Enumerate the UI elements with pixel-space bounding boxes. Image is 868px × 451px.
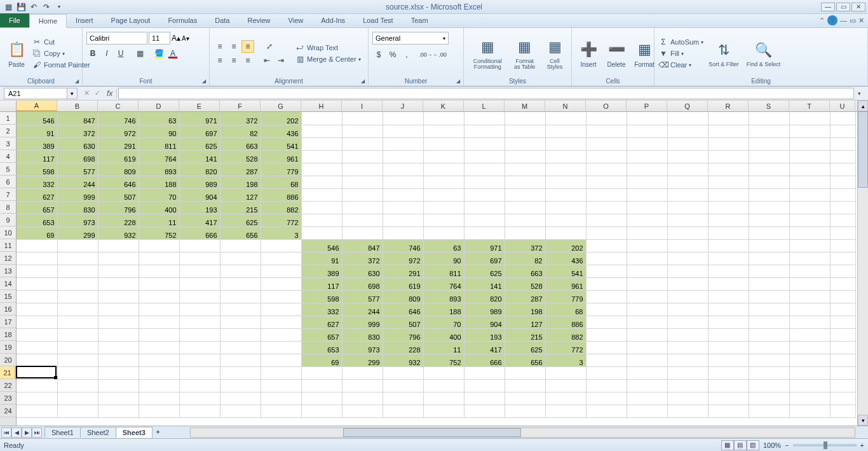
sheet-tab[interactable]: Sheet3 — [116, 427, 153, 438]
cell[interactable] — [627, 303, 667, 316]
cell[interactable] — [17, 290, 57, 303]
currency-button[interactable]: $ — [372, 48, 385, 61]
cell[interactable]: 299 — [57, 226, 98, 239]
cell[interactable]: 228 — [98, 214, 139, 226]
cell[interactable]: 417 — [464, 341, 505, 354]
decrease-decimal-button[interactable]: ←.00 — [433, 48, 446, 61]
cell[interactable] — [830, 366, 855, 379]
cell[interactable]: 820 — [179, 163, 220, 176]
cell[interactable] — [749, 379, 789, 392]
cell[interactable] — [586, 379, 627, 392]
cell[interactable] — [139, 316, 179, 328]
cell[interactable] — [423, 226, 464, 239]
cell[interactable] — [708, 366, 749, 379]
cell[interactable] — [505, 379, 545, 392]
cell[interactable]: 820 — [464, 290, 505, 303]
vscroll-thumb[interactable] — [858, 111, 868, 188]
cell[interactable] — [789, 303, 830, 316]
row-header[interactable]: 12 — [0, 252, 16, 265]
clipboard-dialog-launcher[interactable]: ◢ — [73, 77, 81, 85]
row-header[interactable]: 7 — [0, 188, 16, 201]
cell[interactable]: 436 — [545, 252, 586, 265]
cell[interactable] — [342, 163, 383, 176]
cell[interactable] — [627, 176, 667, 188]
cell[interactable]: 91 — [301, 252, 342, 265]
ribbon-tab-data[interactable]: Data — [206, 13, 238, 27]
cell[interactable] — [179, 265, 220, 277]
cell[interactable]: 666 — [179, 226, 220, 239]
row-header[interactable]: 16 — [0, 303, 16, 316]
sort-filter-button[interactable]: ⇅Sort & Filter — [706, 39, 742, 69]
cell[interactable] — [627, 366, 667, 379]
fx-icon[interactable]: fx — [103, 89, 117, 98]
cell[interactable]: 772 — [545, 341, 586, 354]
row-header[interactable]: 8 — [0, 201, 16, 214]
cell[interactable] — [749, 354, 789, 366]
cell[interactable] — [627, 354, 667, 366]
cell[interactable]: 779 — [545, 290, 586, 303]
cell[interactable] — [301, 163, 342, 176]
cell[interactable] — [708, 137, 749, 150]
cell[interactable] — [830, 176, 855, 188]
cell[interactable]: 809 — [98, 163, 139, 176]
cell[interactable] — [261, 290, 301, 303]
cell[interactable] — [830, 239, 855, 252]
cell[interactable] — [57, 379, 98, 392]
cell[interactable] — [261, 277, 301, 290]
cell[interactable] — [98, 379, 139, 392]
cell[interactable] — [545, 125, 586, 137]
cell[interactable] — [627, 125, 667, 137]
cell[interactable] — [627, 239, 667, 252]
cut-button[interactable]: ✂Cut — [32, 37, 90, 47]
row-header[interactable]: 6 — [0, 176, 16, 188]
cell[interactable] — [220, 277, 261, 290]
cell[interactable] — [464, 112, 505, 125]
cell[interactable] — [667, 252, 708, 265]
cell[interactable] — [708, 239, 749, 252]
cell[interactable] — [139, 341, 179, 354]
cell[interactable] — [789, 226, 830, 239]
cell[interactable] — [586, 328, 627, 341]
cell[interactable]: 528 — [220, 150, 261, 163]
cell[interactable] — [423, 137, 464, 150]
cell[interactable]: 82 — [505, 252, 545, 265]
format-cells-button[interactable]: ▦Format — [632, 38, 657, 69]
cell[interactable]: 746 — [383, 239, 423, 252]
cell[interactable] — [749, 303, 789, 316]
cell[interactable] — [423, 150, 464, 163]
cell[interactable]: 656 — [505, 354, 545, 366]
row-header[interactable]: 11 — [0, 239, 16, 252]
cell[interactable]: 796 — [383, 328, 423, 341]
cell[interactable]: 141 — [179, 150, 220, 163]
cell[interactable]: 436 — [261, 125, 301, 137]
restore-button[interactable]: ▭ — [836, 3, 850, 11]
fill-button[interactable]: ▼Fill ▾ — [658, 48, 703, 59]
cell[interactable] — [505, 150, 545, 163]
cell[interactable] — [98, 392, 139, 405]
cell[interactable] — [179, 316, 220, 328]
cell[interactable] — [627, 163, 667, 176]
cell[interactable] — [342, 188, 383, 201]
cell[interactable] — [830, 163, 855, 176]
cell[interactable] — [789, 201, 830, 214]
cell[interactable]: 389 — [301, 265, 342, 277]
cell[interactable]: 972 — [98, 125, 139, 137]
cell[interactable]: 932 — [98, 226, 139, 239]
cell[interactable] — [749, 328, 789, 341]
column-header[interactable]: L — [464, 101, 505, 111]
column-header[interactable]: T — [789, 101, 830, 111]
cell[interactable] — [830, 303, 855, 316]
cell[interactable]: 847 — [342, 239, 383, 252]
cell[interactable]: 90 — [139, 125, 179, 137]
cell[interactable] — [301, 366, 342, 379]
cell[interactable] — [301, 188, 342, 201]
cell[interactable] — [57, 265, 98, 277]
cell[interactable] — [627, 405, 667, 417]
cell[interactable] — [220, 290, 261, 303]
cell[interactable]: 598 — [301, 290, 342, 303]
row-header[interactable]: 5 — [0, 163, 16, 176]
cell[interactable] — [586, 125, 627, 137]
cell[interactable]: 70 — [423, 316, 464, 328]
cell[interactable] — [139, 290, 179, 303]
cell[interactable] — [789, 341, 830, 354]
